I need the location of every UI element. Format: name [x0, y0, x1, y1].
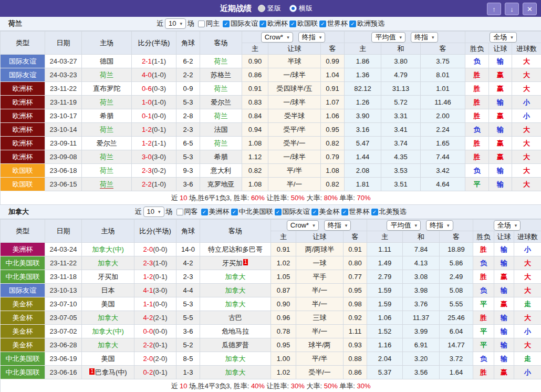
- col-score: 比分(半场): [134, 220, 176, 243]
- result-handicap: 输: [489, 55, 512, 68]
- fullmatch-select[interactable]: 全场▾: [494, 220, 521, 231]
- corner-count: 2-8: [176, 109, 200, 123]
- filter-bar: 近 10▾ 场 同主 国际友谊 欧洲杯 欧国联 世界杯 欧洲预选: [157, 18, 384, 29]
- league-filter-label: 北美预选: [379, 207, 407, 216]
- league-type-badge: 美金杯: [1, 325, 45, 338]
- league-filter-checkbox[interactable]: 世界杯: [340, 207, 370, 216]
- crow-company-select[interactable]: Crow*▾: [261, 32, 293, 43]
- match-date: 23-11-22: [45, 256, 82, 270]
- table-row: 欧洲杯 23-09-11 爱尔兰 1-2(1-1) 6-5 荷兰 1.08 受半…: [1, 137, 541, 150]
- crow-away-odds: 0.95: [344, 284, 367, 297]
- fullmatch-header-group: 全场▾: [465, 32, 541, 43]
- crow-final-select[interactable]: 终指▾: [324, 220, 351, 231]
- home-team-name: 荷兰: [100, 98, 113, 106]
- summary-segment: 50%: [291, 194, 305, 202]
- avg-home-odds: 1.52: [367, 325, 403, 338]
- match-count-select[interactable]: 10▾: [165, 18, 186, 29]
- result-goals: 大: [512, 82, 541, 96]
- crow-final-select[interactable]: 终指▾: [298, 32, 326, 43]
- league-filter-checkbox[interactable]: 世界杯: [318, 19, 348, 28]
- crow-home-odds: 0.87: [271, 284, 296, 297]
- result-goals: 大: [512, 150, 541, 164]
- away-team-name: 爱尔兰: [211, 98, 231, 106]
- radio-on-icon: [289, 5, 297, 12]
- recent-label: 近: [157, 19, 163, 28]
- checkbox-icon: [319, 20, 326, 27]
- avg-draw-odds: 3.74: [381, 137, 421, 150]
- result-wdl: 负: [473, 284, 494, 297]
- home-team: 荷兰: [82, 178, 132, 191]
- avg-company-select[interactable]: 平均值▾: [371, 32, 405, 43]
- summary-segment: 让胜率:: [267, 194, 289, 202]
- summary-segment: 单率:: [339, 382, 355, 390]
- result-wdl: 胜: [473, 243, 494, 256]
- handicap-line: 平/半: [296, 352, 344, 366]
- crow-home-odds: 0.91: [271, 243, 296, 256]
- league-filter-checkbox[interactable]: 国际友谊: [273, 207, 310, 216]
- move-up-button[interactable]: ↑: [487, 3, 501, 15]
- subcol-wdl: 胜负: [473, 231, 494, 243]
- subcol-home2: 主: [367, 231, 403, 243]
- crow-home-odds: 0.95: [271, 338, 296, 352]
- league-filter-checkbox[interactable]: 欧洲预选: [348, 19, 384, 28]
- radio-horizontal-layout[interactable]: 横版: [289, 4, 313, 13]
- fulltime-score: 3-0: [142, 153, 152, 161]
- corner-count: 5-3: [176, 297, 200, 311]
- league-filter-group: 美洲杯 中北美国联 国际友谊 美金杯 世界杯 北美预选: [200, 207, 407, 216]
- home-team-name: 荷兰: [100, 167, 113, 174]
- avg-away-odds: 5.55: [440, 297, 473, 311]
- recent-label: 近: [135, 207, 142, 216]
- radio-vertical-label: 竖版: [267, 4, 281, 13]
- score: 2-0(2-0): [134, 352, 176, 366]
- crow-away-odds: 1.08: [321, 164, 345, 178]
- match-count-select[interactable]: 10▾: [143, 207, 164, 217]
- crow-home-odds: 0.86: [242, 68, 268, 82]
- away-team-name: 法国: [214, 126, 228, 133]
- checkbox-icon: [223, 20, 230, 27]
- league-filter-checkbox[interactable]: 中北美国联: [230, 207, 273, 216]
- crow-company-select[interactable]: Crow*▾: [287, 220, 319, 231]
- home-team-name: 加拿大: [98, 341, 118, 349]
- same-venue-checkbox[interactable]: 同客: [174, 207, 198, 216]
- move-down-button[interactable]: ↓: [505, 3, 519, 15]
- corner-count: 8-5: [176, 352, 200, 366]
- avg-away-odds: 2.24: [421, 123, 465, 137]
- avg-away-odds: 6.04: [440, 325, 473, 338]
- result-wdl: 胜: [465, 150, 489, 164]
- section-netherlands: 荷兰 近 10▾ 场 同主 国际友谊 欧洲杯 欧国联 世界杯 欧洲预选 类型 日…: [0, 17, 541, 205]
- crow-away-odds: 0.93: [344, 338, 367, 352]
- handicap-line: 球半/两: [296, 338, 344, 352]
- league-filter-checkbox[interactable]: 欧洲杯: [258, 19, 288, 28]
- avg-home-odds: 3.16: [345, 123, 381, 137]
- avg-draw-odds: 3.31: [381, 109, 421, 123]
- league-filter-label: 欧洲预选: [357, 19, 384, 28]
- checkbox-icon: [289, 20, 296, 27]
- match-date: 23-09-08: [45, 150, 82, 164]
- league-type-badge: 欧洲杯: [1, 150, 45, 164]
- avg-final-select[interactable]: 终指▾: [411, 32, 438, 43]
- avg-company-select[interactable]: 平均值▾: [387, 220, 421, 231]
- avg-away-odds: 7.44: [421, 150, 465, 164]
- avg-final-select[interactable]: 终指▾: [426, 220, 453, 231]
- fulltime-score: 2-0: [143, 245, 153, 253]
- league-filter-checkbox[interactable]: 国际友谊: [221, 19, 258, 28]
- radio-vertical-layout[interactable]: 竖版: [258, 4, 281, 13]
- checkbox-icon: [176, 209, 183, 215]
- score: 4-0(1-0): [132, 68, 176, 82]
- table-row: 中北美国联 23-06-19 美国 2-0(2-0) 8-5 加拿大 1.00 …: [1, 352, 541, 366]
- league-filter-checkbox[interactable]: 美金杯: [310, 207, 340, 216]
- halftime-score: (3-0): [152, 153, 166, 161]
- handicap-line: 两/两球半: [296, 243, 344, 256]
- league-filter-checkbox[interactable]: 美洲杯: [200, 207, 230, 216]
- same-venue-checkbox[interactable]: 同主: [196, 19, 220, 28]
- close-button[interactable]: ✕: [523, 3, 537, 15]
- match-date: 23-10-14: [45, 123, 82, 137]
- league-filter-checkbox[interactable]: 北美预选: [370, 207, 407, 216]
- table-row: 美金杯 23-07-10 美国 1-1(0-0) 5-3 加拿大 0.90 半/…: [1, 297, 541, 311]
- avg-home-odds: 1.59: [367, 297, 403, 311]
- match-date: 24-03-27: [45, 55, 82, 68]
- crow-away-odds: 0.82: [321, 137, 345, 150]
- league-filter-checkbox[interactable]: 欧国联: [288, 19, 318, 28]
- fullmatch-select[interactable]: 全场▾: [490, 32, 517, 43]
- home-team: 加拿大: [82, 338, 134, 352]
